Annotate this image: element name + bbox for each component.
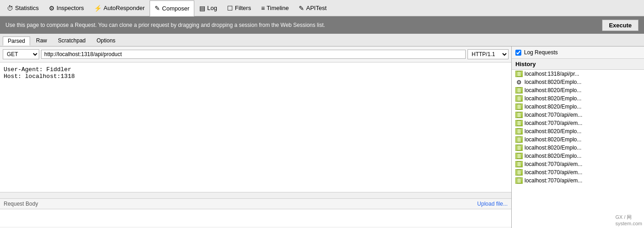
nav-item-log[interactable]: ▤Log (194, 0, 222, 16)
top-navigation: ⏱Statistics⚙Inspectors⚡AutoResponder✎Com… (0, 0, 644, 16)
body-textarea[interactable] (0, 209, 511, 227)
nav-label-autoresponder: AutoResponder (104, 5, 145, 11)
history-get-icon (515, 120, 523, 126)
body-header: Request Body Upload file... (0, 199, 511, 209)
right-panel: Log Requests History localhost:1318/api/… (512, 47, 644, 228)
history-item-text: localhost:8020/Emplo... (525, 95, 582, 102)
history-get-icon (515, 128, 523, 135)
history-get-icon (515, 177, 523, 184)
statistics-icon: ⏱ (7, 5, 13, 12)
history-item[interactable]: localhost:8020/Emplo... (512, 144, 644, 152)
nav-label-composer: Composer (162, 5, 189, 12)
log-requests-row: Log Requests (512, 47, 644, 59)
history-item[interactable]: ⚙localhost:8020/Emplo... (512, 78, 644, 86)
nav-item-apitest[interactable]: ✎APITest (294, 0, 332, 16)
autoresponder-icon: ⚡ (94, 5, 102, 12)
apitest-icon: ✎ (299, 5, 304, 12)
history-item[interactable]: localhost:8020/Emplo... (512, 152, 644, 160)
history-get-icon (515, 161, 523, 167)
history-item-text: localhost:1318/api/pr... (525, 71, 579, 77)
history-item[interactable]: localhost:7070/api/em... (512, 176, 644, 185)
filters-icon: ☐ (227, 5, 233, 12)
nav-item-composer[interactable]: ✎Composer (150, 0, 194, 16)
watermark: GX / 网system.com (615, 214, 642, 226)
nav-label-apitest: APITest (306, 5, 327, 11)
history-item-text: localhost:8020/Emplo... (525, 128, 582, 135)
url-input[interactable] (41, 50, 466, 59)
log-requests-checkbox[interactable] (515, 50, 521, 56)
history-get-icon (515, 169, 523, 176)
body-section: Request Body Upload file... (0, 198, 511, 228)
horizontal-scrollbar[interactable] (0, 192, 511, 198)
history-item[interactable]: localhost:7070/api/em... (512, 111, 644, 119)
history-item[interactable]: localhost:7070/api/em... (512, 119, 644, 127)
upload-file-link[interactable]: Upload file... (477, 201, 508, 207)
nav-label-inspectors: Inspectors (57, 5, 84, 11)
history-item[interactable]: localhost:7070/api/em... (512, 168, 644, 176)
main-content: GETPOSTPUTDELETEPATCHHEADOPTIONS HTTP/1.… (0, 47, 644, 228)
history-item[interactable]: localhost:1318/api/pr... (512, 70, 644, 78)
info-bar: Use this page to compose a Request. You … (0, 16, 644, 34)
log-icon: ▤ (199, 5, 205, 12)
nav-label-statistics: Statistics (15, 5, 39, 11)
history-get-icon (515, 95, 523, 102)
history-item[interactable]: localhost:8020/Emplo... (512, 127, 644, 135)
history-item-text: localhost:8020/Emplo... (525, 104, 582, 110)
nav-label-filters: Filters (235, 5, 251, 11)
history-item[interactable]: localhost:7070/api/em... (512, 160, 644, 168)
history-get-icon (515, 112, 523, 118)
history-item[interactable]: localhost:8020/Emplo... (512, 103, 644, 111)
history-label: History (512, 59, 644, 70)
nav-item-autoresponder[interactable]: ⚡AutoResponder (89, 0, 150, 16)
history-get-icon (515, 104, 523, 110)
history-item-text: localhost:8020/Emplo... (525, 79, 582, 85)
history-item-text: localhost:7070/api/em... (525, 177, 582, 184)
nav-item-inspectors[interactable]: ⚙Inspectors (44, 0, 89, 16)
left-panel: GETPOSTPUTDELETEPATCHHEADOPTIONS HTTP/1.… (0, 47, 512, 228)
nav-label-timeline: Timeline (267, 5, 289, 11)
history-get-icon (515, 71, 523, 77)
url-row: GETPOSTPUTDELETEPATCHHEADOPTIONS HTTP/1.… (0, 47, 511, 62)
timeline-icon: ≡ (261, 5, 265, 12)
history-get-icon (515, 145, 523, 151)
sub-tab-options[interactable]: Options (92, 36, 120, 45)
sub-tab-parsed[interactable]: Parsed (3, 36, 30, 46)
headers-textarea[interactable] (0, 62, 511, 192)
history-item[interactable]: localhost:8020/Emplo... (512, 135, 644, 144)
history-get-icon (515, 136, 523, 143)
sub-tab-raw[interactable]: Raw (31, 36, 52, 45)
history-get-icon (515, 153, 523, 159)
nav-item-statistics[interactable]: ⏱Statistics (2, 0, 44, 16)
body-label: Request Body (4, 201, 38, 207)
composer-icon: ✎ (155, 5, 160, 12)
history-item-text: localhost:8020/Emplo... (525, 136, 582, 143)
protocol-select[interactable]: HTTP/1.1HTTP/2 (467, 49, 509, 59)
history-get-icon (515, 87, 523, 93)
history-item-text: localhost:7070/api/em... (525, 120, 582, 126)
history-item-text: localhost:7070/api/em... (525, 169, 582, 176)
sub-tabs: ParsedRawScratchpadOptions (0, 34, 644, 47)
log-requests-label: Log Requests (524, 49, 558, 56)
nav-label-log: Log (207, 5, 217, 11)
inspectors-icon: ⚙ (49, 5, 55, 12)
info-message: Use this page to compose a Request. You … (5, 22, 325, 28)
history-item-text: localhost:7070/api/em... (525, 112, 582, 118)
sub-tab-scratchpad[interactable]: Scratchpad (53, 36, 91, 45)
history-list: localhost:1318/api/pr...⚙localhost:8020/… (512, 70, 644, 228)
history-item-text: localhost:8020/Emplo... (525, 153, 582, 159)
method-select[interactable]: GETPOSTPUTDELETEPATCHHEADOPTIONS (3, 49, 39, 59)
history-item-text: localhost:7070/api/em... (525, 161, 582, 167)
history-item-text: localhost:8020/Emplo... (525, 87, 582, 93)
nav-item-filters[interactable]: ☐Filters (222, 0, 256, 16)
history-item-text: localhost:8020/Emplo... (525, 145, 582, 151)
execute-button[interactable]: Execute (602, 20, 639, 31)
history-item[interactable]: localhost:8020/Emplo... (512, 94, 644, 103)
nav-item-timeline[interactable]: ≡Timeline (256, 0, 294, 16)
history-gear-icon: ⚙ (515, 79, 523, 85)
history-item[interactable]: localhost:8020/Emplo... (512, 86, 644, 94)
